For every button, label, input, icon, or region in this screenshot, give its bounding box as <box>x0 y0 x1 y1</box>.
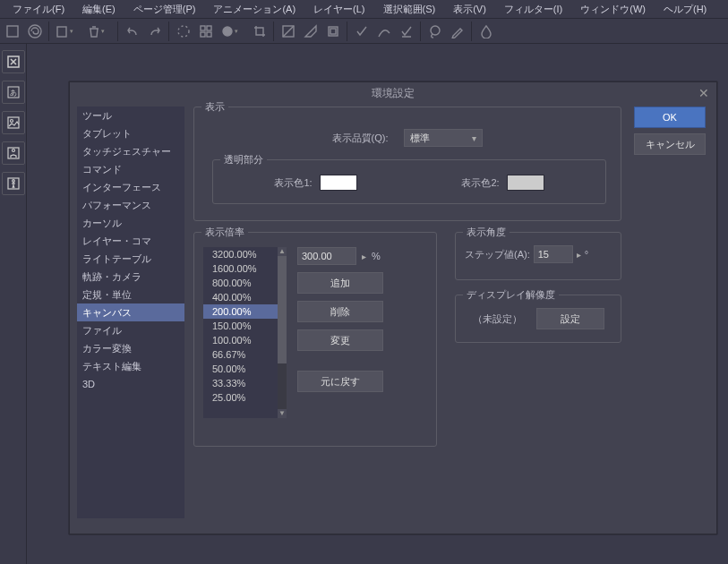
zoom-item[interactable]: 200.00% <box>203 304 287 319</box>
dock-pose-icon[interactable] <box>2 172 25 195</box>
tool-clear-icon[interactable] <box>2 21 23 41</box>
zoom-item[interactable]: 3200.00% <box>203 247 287 261</box>
svg-line-10 <box>283 26 294 37</box>
menu-edit[interactable]: 編集(E) <box>73 1 124 18</box>
drop-icon[interactable] <box>475 21 497 41</box>
redo-icon[interactable] <box>144 21 166 41</box>
menu-select[interactable]: 選択範囲(S) <box>374 1 445 18</box>
menu-filter[interactable]: フィルター(I) <box>495 1 571 18</box>
category-item[interactable]: テキスト編集 <box>77 357 184 375</box>
category-item[interactable]: コマンド <box>77 160 184 178</box>
curve-icon[interactable] <box>373 21 395 41</box>
category-item[interactable]: カーソル <box>77 214 184 232</box>
fill-icon[interactable]: ▾ <box>218 21 248 41</box>
zoom-list[interactable]: 3200.00%1600.00%800.00%400.00%200.00%150… <box>203 247 287 418</box>
shape3-icon[interactable] <box>322 21 344 41</box>
scroll-thumb[interactable] <box>278 256 287 363</box>
zoom-reset-button[interactable]: 元に戻す <box>297 371 383 392</box>
chevron-right-icon[interactable]: ▸ <box>362 252 366 261</box>
chevron-down-icon: ▾ <box>472 133 476 143</box>
zoom-input[interactable] <box>297 247 356 265</box>
category-item[interactable]: インターフェース <box>77 178 184 196</box>
category-item[interactable]: パフォーマンス <box>77 196 184 214</box>
category-list[interactable]: ツールタブレットタッチジェスチャーコマンドインターフェースパフォーマンスカーソル… <box>77 107 184 518</box>
zoom-item[interactable]: 100.00% <box>203 333 287 347</box>
angle-legend: 表示角度 <box>463 226 510 239</box>
category-item[interactable]: タッチジェスチャー <box>77 142 184 160</box>
category-item[interactable]: ライトテーブル <box>77 250 184 268</box>
scroll-down-icon[interactable]: ▼ <box>278 409 286 418</box>
dock-image-icon[interactable] <box>2 111 25 134</box>
resolution-legend: ディスプレイ解像度 <box>463 288 559 302</box>
dock-translate-icon[interactable]: あ <box>2 81 25 104</box>
settings-panel: OK キャンセル 表示 表示品質(Q): 標準 ▾ 透明部分 <box>193 107 709 526</box>
category-item[interactable]: ツール <box>77 107 184 124</box>
display-legend: 表示 <box>201 100 228 114</box>
pen-icon[interactable] <box>447 21 468 41</box>
resolution-set-button[interactable]: 設定 <box>536 308 604 329</box>
menu-page[interactable]: ページ管理(P) <box>124 1 205 18</box>
shape1-icon[interactable] <box>278 21 299 41</box>
toolbar: ▾ ▾ ▾ <box>0 19 728 44</box>
menu-window[interactable]: ウィンドウ(W) <box>571 1 655 18</box>
left-dock: あ <box>0 44 27 564</box>
color1-label: 表示色1: <box>274 176 312 190</box>
category-item[interactable]: 軌跡・カメラ <box>77 268 184 286</box>
zoom-item[interactable]: 150.00% <box>203 319 287 333</box>
grid-icon[interactable] <box>195 21 217 41</box>
angle-unit: ° <box>585 249 588 260</box>
svg-text:あ: あ <box>10 89 17 97</box>
category-item[interactable]: レイヤー・コマ <box>77 232 184 250</box>
scrollbar[interactable]: ▲ ▼ <box>278 247 287 418</box>
ok-button[interactable]: OK <box>634 107 706 128</box>
cancel-button[interactable]: キャンセル <box>634 133 706 155</box>
category-item[interactable]: 定規・単位 <box>77 286 184 303</box>
tool-delete-icon[interactable]: ▾ <box>84 21 115 41</box>
svg-rect-5 <box>207 26 211 30</box>
category-item[interactable]: キャンバス <box>77 303 184 321</box>
svg-point-3 <box>178 26 189 37</box>
quality-select[interactable]: 標準 ▾ <box>404 129 483 147</box>
scroll-up-icon[interactable]: ▲ <box>278 247 286 256</box>
edit-icon[interactable] <box>396 21 417 41</box>
color2-swatch[interactable] <box>507 175 544 191</box>
quality-label: 表示品質(Q): <box>332 132 389 145</box>
zoom-item[interactable]: 25.00% <box>203 390 287 405</box>
zoom-delete-button[interactable]: 削除 <box>297 301 383 322</box>
menu-help[interactable]: ヘルプ(H) <box>655 1 715 18</box>
zoom-change-button[interactable]: 変更 <box>297 329 383 351</box>
zoom-item[interactable]: 50.00% <box>203 362 287 376</box>
dock-person-icon[interactable] <box>2 141 25 165</box>
zoom-item[interactable]: 1600.00% <box>203 261 287 276</box>
menu-view[interactable]: 表示(V) <box>444 1 495 18</box>
angle-step-input[interactable] <box>534 245 573 263</box>
category-item[interactable]: ファイル <box>77 321 184 339</box>
resolution-group: ディスプレイ解像度 （未設定） 設定 <box>455 295 621 343</box>
zoom-item[interactable]: 33.33% <box>203 376 287 390</box>
menu-file[interactable]: ファイル(F) <box>4 1 73 18</box>
close-icon[interactable]: ✕ <box>697 86 711 100</box>
tool-swirl-icon[interactable] <box>24 21 46 41</box>
color2-label: 表示色2: <box>461 176 499 190</box>
zoom-item[interactable]: 66.67% <box>203 347 287 362</box>
chevron-right-icon[interactable]: ▸ <box>577 250 581 260</box>
zoom-add-button[interactable]: 追加 <box>297 272 383 294</box>
zoom-item[interactable]: 400.00% <box>203 290 287 304</box>
undo-icon[interactable] <box>122 21 143 41</box>
category-item[interactable]: タブレット <box>77 124 184 142</box>
crop-icon[interactable] <box>249 21 270 41</box>
loading-icon[interactable] <box>173 21 194 41</box>
lasso-icon[interactable] <box>424 21 446 41</box>
menu-layer[interactable]: レイヤー(L) <box>304 1 373 18</box>
color1-swatch[interactable] <box>320 175 357 191</box>
zoom-item[interactable]: 800.00% <box>203 276 287 290</box>
display-group: 表示 表示品質(Q): 標準 ▾ 透明部分 表示色1: <box>193 107 621 221</box>
tool-new-icon[interactable]: ▾ <box>53 21 83 41</box>
dock-close-icon[interactable] <box>2 50 25 73</box>
category-item[interactable]: 3D <box>77 375 184 393</box>
menu-animation[interactable]: アニメーション(A) <box>204 1 304 18</box>
category-item[interactable]: カラー変換 <box>77 339 184 357</box>
check-icon[interactable] <box>351 21 373 41</box>
transparent-legend: 透明部分 <box>220 153 267 167</box>
shape2-icon[interactable] <box>300 21 321 41</box>
